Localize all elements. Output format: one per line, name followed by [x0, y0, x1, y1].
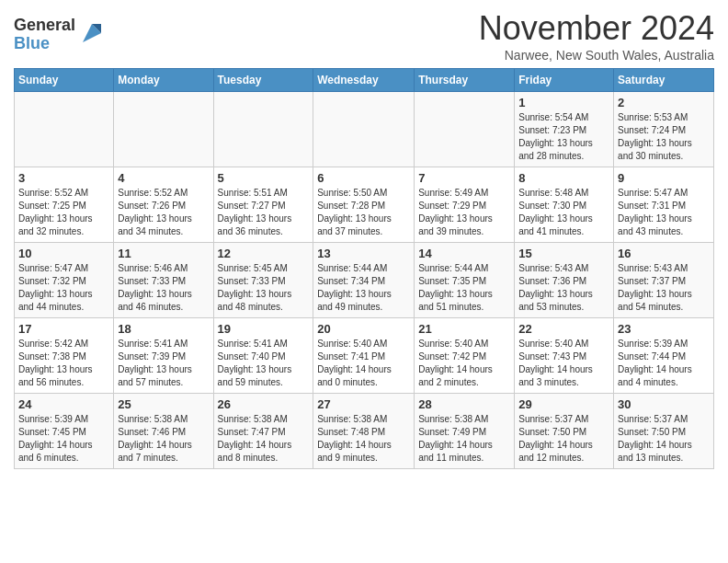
logo-icon: [79, 20, 105, 46]
calendar-cell: 30Sunrise: 5:37 AM Sunset: 7:50 PM Dayli…: [614, 394, 714, 469]
day-info: Sunrise: 5:38 AM Sunset: 7:49 PM Dayligh…: [418, 413, 510, 465]
day-number: 15: [518, 247, 609, 260]
day-number: 5: [218, 171, 310, 185]
day-number: 14: [418, 247, 510, 260]
day-number: 24: [18, 397, 109, 411]
page-header: General Blue November 2024 Narwee, New S…: [14, 9, 714, 63]
day-number: 26: [218, 397, 310, 411]
day-info: Sunrise: 5:42 AM Sunset: 7:38 PM Dayligh…: [18, 338, 109, 389]
day-info: Sunrise: 5:47 AM Sunset: 7:32 PM Dayligh…: [18, 262, 109, 314]
weekday-header-sunday: Sunday: [15, 69, 114, 92]
day-number: 4: [118, 171, 209, 185]
day-info: Sunrise: 5:47 AM Sunset: 7:31 PM Dayligh…: [618, 187, 710, 238]
calendar-cell: 23Sunrise: 5:39 AM Sunset: 7:44 PM Dayli…: [614, 318, 714, 394]
day-info: Sunrise: 5:38 AM Sunset: 7:48 PM Dayligh…: [317, 413, 410, 465]
title-block: November 2024 Narwee, New South Wales, A…: [479, 9, 714, 63]
calendar-cell: [415, 92, 515, 167]
day-number: 23: [618, 322, 710, 336]
calendar-cell: 10Sunrise: 5:47 AM Sunset: 7:32 PM Dayli…: [15, 243, 114, 318]
calendar-cell: 5Sunrise: 5:51 AM Sunset: 7:27 PM Daylig…: [213, 167, 313, 243]
calendar-cell: 1Sunrise: 5:54 AM Sunset: 7:23 PM Daylig…: [515, 92, 614, 167]
day-info: Sunrise: 5:40 AM Sunset: 7:43 PM Dayligh…: [518, 338, 609, 389]
calendar-cell: 3Sunrise: 5:52 AM Sunset: 7:25 PM Daylig…: [15, 167, 114, 243]
day-info: Sunrise: 5:38 AM Sunset: 7:47 PM Dayligh…: [218, 413, 310, 465]
day-number: 6: [317, 171, 410, 185]
calendar-cell: 9Sunrise: 5:47 AM Sunset: 7:31 PM Daylig…: [614, 167, 714, 243]
day-number: 22: [518, 322, 609, 336]
calendar-cell: 15Sunrise: 5:43 AM Sunset: 7:36 PM Dayli…: [515, 243, 614, 318]
day-info: Sunrise: 5:41 AM Sunset: 7:39 PM Dayligh…: [118, 338, 209, 389]
day-number: 12: [218, 247, 310, 260]
day-info: Sunrise: 5:41 AM Sunset: 7:40 PM Dayligh…: [218, 338, 310, 389]
day-info: Sunrise: 5:39 AM Sunset: 7:45 PM Dayligh…: [18, 413, 109, 465]
calendar-cell: 13Sunrise: 5:44 AM Sunset: 7:34 PM Dayli…: [313, 243, 415, 318]
day-number: 19: [218, 322, 310, 336]
calendar-cell: 2Sunrise: 5:53 AM Sunset: 7:24 PM Daylig…: [614, 92, 714, 167]
day-number: 7: [418, 171, 510, 185]
day-info: Sunrise: 5:40 AM Sunset: 7:41 PM Dayligh…: [317, 338, 410, 389]
location-text: Narwee, New South Wales, Australia: [479, 48, 714, 63]
weekday-header-monday: Monday: [114, 69, 213, 92]
calendar-cell: 24Sunrise: 5:39 AM Sunset: 7:45 PM Dayli…: [15, 394, 114, 469]
day-info: Sunrise: 5:38 AM Sunset: 7:46 PM Dayligh…: [118, 413, 209, 465]
day-info: Sunrise: 5:46 AM Sunset: 7:33 PM Dayligh…: [118, 262, 209, 314]
calendar-cell: 4Sunrise: 5:52 AM Sunset: 7:26 PM Daylig…: [114, 167, 213, 243]
day-info: Sunrise: 5:52 AM Sunset: 7:26 PM Dayligh…: [118, 187, 209, 238]
day-number: 2: [618, 96, 710, 109]
logo-blue-text: Blue: [14, 35, 75, 53]
weekday-header-row: SundayMondayTuesdayWednesdayThursdayFrid…: [15, 69, 714, 92]
day-number: 9: [618, 171, 710, 185]
day-info: Sunrise: 5:37 AM Sunset: 7:50 PM Dayligh…: [518, 413, 609, 465]
calendar-cell: 16Sunrise: 5:43 AM Sunset: 7:37 PM Dayli…: [614, 243, 714, 318]
day-info: Sunrise: 5:54 AM Sunset: 7:23 PM Dayligh…: [518, 111, 609, 163]
day-info: Sunrise: 5:53 AM Sunset: 7:24 PM Dayligh…: [618, 111, 710, 163]
day-info: Sunrise: 5:45 AM Sunset: 7:33 PM Dayligh…: [218, 262, 310, 314]
calendar-cell: 19Sunrise: 5:41 AM Sunset: 7:40 PM Dayli…: [213, 318, 313, 394]
day-info: Sunrise: 5:43 AM Sunset: 7:37 PM Dayligh…: [618, 262, 710, 314]
day-number: 20: [317, 322, 410, 336]
calendar-cell: [114, 92, 213, 167]
calendar-cell: 11Sunrise: 5:46 AM Sunset: 7:33 PM Dayli…: [114, 243, 213, 318]
calendar-cell: 22Sunrise: 5:40 AM Sunset: 7:43 PM Dayli…: [515, 318, 614, 394]
calendar-week-row: 24Sunrise: 5:39 AM Sunset: 7:45 PM Dayli…: [15, 394, 714, 469]
day-number: 21: [418, 322, 510, 336]
calendar-cell: 20Sunrise: 5:40 AM Sunset: 7:41 PM Dayli…: [313, 318, 415, 394]
day-info: Sunrise: 5:40 AM Sunset: 7:42 PM Dayligh…: [418, 338, 510, 389]
day-number: 18: [118, 322, 209, 336]
day-info: Sunrise: 5:37 AM Sunset: 7:50 PM Dayligh…: [618, 413, 710, 465]
day-info: Sunrise: 5:44 AM Sunset: 7:34 PM Dayligh…: [317, 262, 410, 314]
logo: General Blue: [14, 17, 105, 53]
day-info: Sunrise: 5:39 AM Sunset: 7:44 PM Dayligh…: [618, 338, 710, 389]
day-info: Sunrise: 5:52 AM Sunset: 7:25 PM Dayligh…: [18, 187, 109, 238]
calendar-cell: 17Sunrise: 5:42 AM Sunset: 7:38 PM Dayli…: [15, 318, 114, 394]
day-number: 13: [317, 247, 410, 260]
calendar-cell: [313, 92, 415, 167]
day-info: Sunrise: 5:51 AM Sunset: 7:27 PM Dayligh…: [218, 187, 310, 238]
day-info: Sunrise: 5:43 AM Sunset: 7:36 PM Dayligh…: [518, 262, 609, 314]
day-number: 27: [317, 397, 410, 411]
weekday-header-friday: Friday: [515, 69, 614, 92]
calendar-cell: 7Sunrise: 5:49 AM Sunset: 7:29 PM Daylig…: [415, 167, 515, 243]
calendar-week-row: 17Sunrise: 5:42 AM Sunset: 7:38 PM Dayli…: [15, 318, 714, 394]
calendar-cell: 8Sunrise: 5:48 AM Sunset: 7:30 PM Daylig…: [515, 167, 614, 243]
calendar-cell: [213, 92, 313, 167]
calendar-cell: 26Sunrise: 5:38 AM Sunset: 7:47 PM Dayli…: [213, 394, 313, 469]
calendar-cell: 27Sunrise: 5:38 AM Sunset: 7:48 PM Dayli…: [313, 394, 415, 469]
calendar-cell: 6Sunrise: 5:50 AM Sunset: 7:28 PM Daylig…: [313, 167, 415, 243]
day-info: Sunrise: 5:50 AM Sunset: 7:28 PM Dayligh…: [317, 187, 410, 238]
day-number: 28: [418, 397, 510, 411]
day-number: 3: [18, 171, 109, 185]
day-number: 25: [118, 397, 209, 411]
day-info: Sunrise: 5:48 AM Sunset: 7:30 PM Dayligh…: [518, 187, 609, 238]
day-number: 11: [118, 247, 209, 260]
calendar-cell: 28Sunrise: 5:38 AM Sunset: 7:49 PM Dayli…: [415, 394, 515, 469]
day-info: Sunrise: 5:49 AM Sunset: 7:29 PM Dayligh…: [418, 187, 510, 238]
logo-general-text: General: [14, 17, 75, 35]
calendar-week-row: 3Sunrise: 5:52 AM Sunset: 7:25 PM Daylig…: [15, 167, 714, 243]
calendar-cell: 21Sunrise: 5:40 AM Sunset: 7:42 PM Dayli…: [415, 318, 515, 394]
day-number: 17: [18, 322, 109, 336]
month-title: November 2024: [479, 9, 714, 48]
day-number: 10: [18, 247, 109, 260]
weekday-header-thursday: Thursday: [415, 69, 515, 92]
day-info: Sunrise: 5:44 AM Sunset: 7:35 PM Dayligh…: [418, 262, 510, 314]
